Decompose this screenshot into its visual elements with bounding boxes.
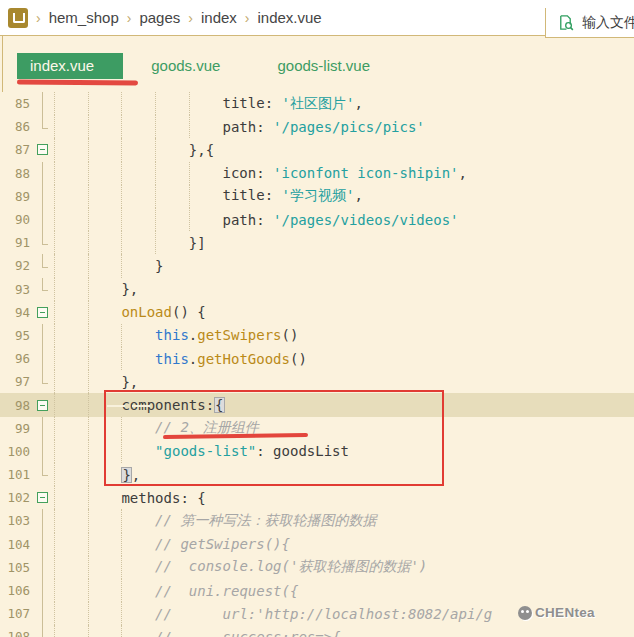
code-token: "goods-list" [155,443,256,459]
indent-guide [88,162,89,185]
code-line-86[interactable]: 86path: '/pages/pics/pics' [0,115,634,138]
code-editor[interactable]: 85title: '社区图片',86path: '/pages/pics/pic… [0,92,634,637]
code-line-93[interactable]: 93}, [0,278,634,301]
fold-collapse-icon[interactable] [37,307,48,318]
code-line-90[interactable]: 90path: '/pages/videos/videos' [0,208,634,231]
code-token: title: [223,95,282,111]
code-line-92[interactable]: 92} [0,254,634,277]
indent-guide [121,185,122,208]
breadcrumb-item[interactable]: index.vue [257,9,321,26]
code-line-95[interactable]: 95this.getSwipers() [0,324,634,347]
fold-collapse-icon[interactable] [37,492,48,503]
code-line-102[interactable]: 102methods: { [0,486,634,509]
code-line-101[interactable]: 101}, [0,463,634,486]
code-line-85[interactable]: 85title: '社区图片', [0,92,634,115]
indent-guide [88,231,89,254]
indent-guide [88,509,89,532]
code-token: this [155,327,189,343]
code-line-content[interactable]: // success:res=>{ [50,625,634,637]
line-number: 90 [0,212,34,227]
code-line-content[interactable]: // uni.request({ [50,579,634,602]
line-number: 104 [0,537,34,552]
tab-goods-vue[interactable]: goods.vue [138,53,249,79]
code-token: }, [121,281,138,297]
code-token: () { [172,304,206,320]
indent-guide [88,185,89,208]
search-input[interactable]: 输入文件 [545,8,634,38]
code-line-content[interactable]: title: '学习视频', [50,185,634,208]
fold-gutter [34,301,50,324]
code-line-content[interactable]: // url:'http://localhost:8082/api/g [50,602,634,625]
indent-guide [121,231,122,254]
code-line-content[interactable]: }, [50,370,634,393]
code-line-107[interactable]: 107// url:'http://localhost:8082/api/g [0,602,634,625]
code-token: path: [223,212,274,228]
code-line-content[interactable]: this.getHotGoods() [50,347,634,370]
code-line-content[interactable]: components:{ [50,393,634,416]
indent-guide [88,138,89,161]
fold-gutter [34,347,50,370]
code-line-content[interactable]: onLoad() { [50,301,634,324]
fold-range-line [42,602,43,625]
line-number: 99 [0,421,34,436]
code-line-content[interactable]: // 2、注册组件 [50,417,634,440]
fold-gutter [34,278,50,301]
code-line-content[interactable]: path: '/pages/pics/pics' [50,115,634,138]
code-line-content[interactable]: // console.log('获取轮播图的数据') [50,556,634,579]
line-number: 89 [0,189,34,204]
code-line-108[interactable]: 108// success:res=>{ [0,625,634,637]
code-line-content[interactable]: // 第一种写法：获取轮播图的数据 [50,509,634,532]
tab-goods-list-vue[interactable]: goods-list.vue [264,53,399,79]
code-line-98[interactable]: 98components:{ [0,393,634,416]
code-line-content[interactable]: title: '社区图片', [50,92,634,115]
fold-gutter [34,138,50,161]
code-line-94[interactable]: 94onLoad() { [0,301,634,324]
code-line-89[interactable]: 89title: '学习视频', [0,185,634,208]
code-line-content[interactable]: } [50,254,634,277]
code-token: : goodsList [256,443,349,459]
code-line-content[interactable]: this.getSwipers() [50,324,634,347]
fold-collapse-icon[interactable] [37,400,48,411]
fold-range-line [42,208,43,231]
code-line-105[interactable]: 105// console.log('获取轮播图的数据') [0,556,634,579]
code-line-content[interactable]: }, [50,463,634,486]
breadcrumb-item[interactable]: hem_shop [49,9,119,26]
indent-guide [88,602,89,625]
fold-range-line [42,370,43,383]
line-number: 93 [0,282,34,297]
indent-guide [54,231,55,254]
breadcrumb-item[interactable]: index [201,9,237,26]
code-text: "goods-list": goodsList [54,443,349,459]
indent-guide [88,115,89,138]
code-line-100[interactable]: 100"goods-list": goodsList [0,440,634,463]
fold-collapse-icon[interactable] [37,144,48,155]
code-line-96[interactable]: 96this.getHotGoods() [0,347,634,370]
code-line-103[interactable]: 103// 第一种写法：获取轮播图的数据 [0,509,634,532]
code-token: onLoad [121,304,172,320]
code-line-content[interactable]: icon: 'iconfont icon-shipin', [50,162,634,185]
code-line-99[interactable]: 99// 2、注册组件 [0,417,634,440]
breadcrumb-item[interactable]: pages [139,9,180,26]
code-line-content[interactable]: path: '/pages/videos/videos' [50,208,634,231]
code-line-content[interactable]: methods: { [50,486,634,509]
code-token: methods: { [121,490,205,506]
code-line-content[interactable]: }, [50,278,634,301]
code-line-91[interactable]: 91}] [0,231,634,254]
code-line-content[interactable]: },{ [50,138,634,161]
tab-index-vue[interactable]: index.vue [17,53,123,79]
fold-range-line [42,324,43,347]
code-line-97[interactable]: 97}, [0,370,634,393]
code-line-106[interactable]: 106// uni.request({ [0,579,634,602]
code-token: getHotGoods [197,351,290,367]
indent-guide [189,208,190,231]
code-line-88[interactable]: 88icon: 'iconfont icon-shipin', [0,162,634,185]
fold-range-line [42,278,43,291]
code-line-content[interactable]: // getSwipers(){ [50,533,634,556]
code-line-content[interactable]: "goods-list": goodsList [50,440,634,463]
code-line-104[interactable]: 104// getSwipers(){ [0,533,634,556]
code-line-content[interactable]: }] [50,231,634,254]
code-line-87[interactable]: 87},{ [0,138,634,161]
indent-guide [54,370,55,393]
indent-guide [88,324,89,347]
code-token: '/pages/pics/pics' [273,119,425,135]
